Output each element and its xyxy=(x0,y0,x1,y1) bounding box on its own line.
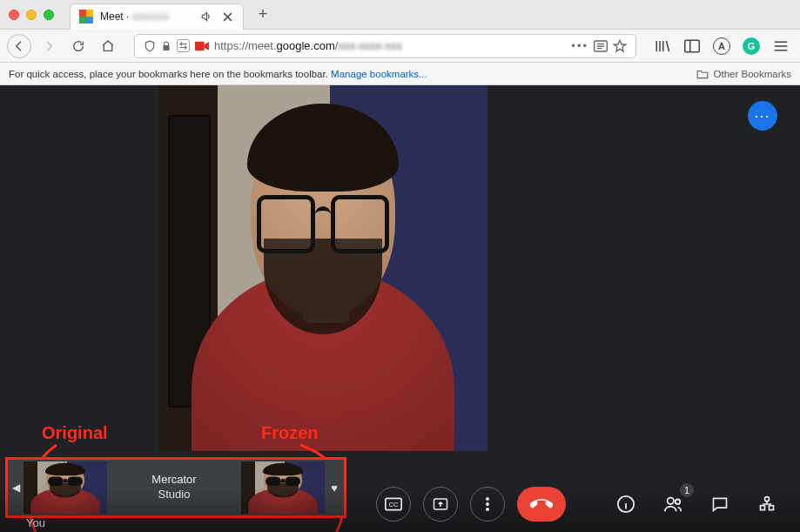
minimize-window-button[interactable] xyxy=(26,10,37,20)
meeting-details-button[interactable] xyxy=(608,487,643,522)
svg-point-11 xyxy=(676,500,681,505)
meet-more-button[interactable]: ⋯ xyxy=(748,101,777,131)
reload-button[interactable] xyxy=(66,34,91,58)
app-menu-button[interactable] xyxy=(769,34,793,58)
new-tab-button[interactable]: + xyxy=(251,3,275,27)
annotation-original: Original xyxy=(42,423,108,443)
tab-strip: Meet · xxxxxxx + xyxy=(0,0,800,30)
people-count-badge: 1 xyxy=(680,483,694,497)
svg-rect-14 xyxy=(770,506,774,510)
svg-point-12 xyxy=(765,497,770,502)
account-icon[interactable]: A xyxy=(709,34,734,58)
meet-favicon-icon xyxy=(79,10,93,24)
nav-toolbar: ⇆ https://meet.google.com/xxx-xxxx-xxx •… xyxy=(0,30,800,63)
activities-button[interactable] xyxy=(750,487,784,522)
tab-title: Meet · xxxxxxx xyxy=(100,10,169,23)
close-window-button[interactable] xyxy=(9,10,19,20)
main-video-tile xyxy=(158,85,487,451)
tab-close-button[interactable] xyxy=(220,10,234,24)
chat-button[interactable] xyxy=(703,487,737,522)
svg-point-6 xyxy=(486,497,489,501)
meet-control-bar: CC 1 xyxy=(0,476,800,532)
library-icon[interactable] xyxy=(650,34,675,58)
svg-point-10 xyxy=(668,498,674,504)
manage-bookmarks-link[interactable]: Manage bookmarks... xyxy=(331,69,427,79)
sidebar-icon[interactable] xyxy=(680,34,704,58)
svg-point-8 xyxy=(486,508,489,511)
leave-call-button[interactable] xyxy=(517,487,566,522)
window-controls xyxy=(9,10,54,20)
tab-audio-icon[interactable] xyxy=(199,10,213,24)
camera-permission-icon[interactable] xyxy=(195,41,209,51)
zoom-window-button[interactable] xyxy=(44,10,54,20)
captions-button[interactable]: CC xyxy=(376,487,411,522)
bookmarks-toolbar: For quick access, place your bookmarks h… xyxy=(0,63,800,85)
annotation-frozen: Frozen xyxy=(261,423,319,443)
svg-rect-0 xyxy=(195,41,205,51)
present-button[interactable] xyxy=(423,487,458,522)
participant-video xyxy=(158,85,487,451)
svg-rect-13 xyxy=(761,506,765,510)
back-button[interactable] xyxy=(7,34,31,58)
more-options-button[interactable] xyxy=(470,487,505,522)
page-actions-icon[interactable]: ••• xyxy=(571,39,588,52)
bookmark-star-icon[interactable] xyxy=(613,39,627,53)
other-bookmarks-folder[interactable]: Other Bookmarks xyxy=(696,69,791,79)
address-bar[interactable]: ⇆ https://meet.google.com/xxx-xxxx-xxx •… xyxy=(134,34,636,58)
lock-icon[interactable] xyxy=(161,40,171,52)
tracking-protection-icon[interactable] xyxy=(144,39,156,53)
permissions-icon[interactable]: ⇆ xyxy=(177,39,190,52)
people-button[interactable]: 1 xyxy=(655,487,690,522)
forward-button[interactable] xyxy=(37,34,61,58)
reader-mode-icon[interactable] xyxy=(594,40,608,52)
grammarly-icon[interactable]: G xyxy=(739,34,763,58)
meet-viewport: ⋯ Original Frozen You ◀ Mercator xyxy=(0,85,800,532)
svg-text:CC: CC xyxy=(389,501,399,508)
browser-tab[interactable]: Meet · xxxxxxx xyxy=(70,3,244,30)
svg-rect-2 xyxy=(685,40,700,52)
url-text: https://meet.google.com/xxx-xxxx-xxx xyxy=(214,39,402,52)
home-button[interactable] xyxy=(96,34,120,58)
bookmarks-hint: For quick access, place your bookmarks h… xyxy=(9,69,427,79)
svg-point-7 xyxy=(486,502,489,506)
